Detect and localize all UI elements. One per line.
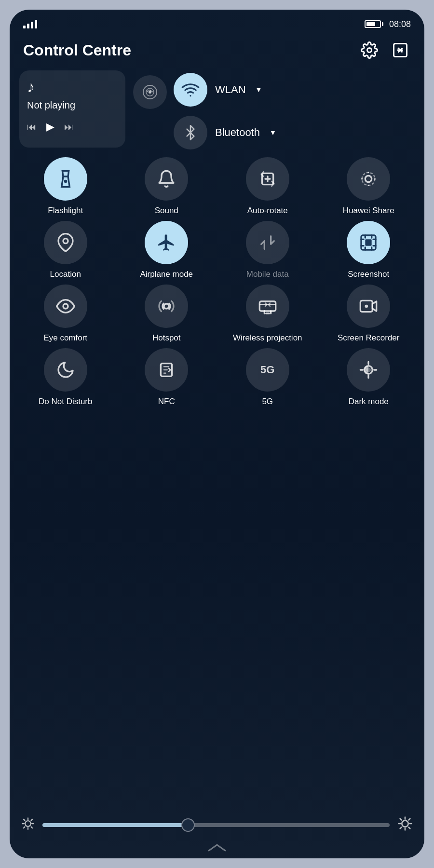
screenshot-icon xyxy=(359,233,378,252)
wlan-label: WLAN xyxy=(215,83,246,96)
location-toggle[interactable]: Location xyxy=(17,221,114,280)
prev-button[interactable]: ⏮ xyxy=(27,122,37,133)
wirelessprojection-label: Wireless projection xyxy=(233,333,302,343)
gear-icon xyxy=(361,41,378,59)
nfc-label: NFC xyxy=(158,396,175,407)
screenshot-icon-circle xyxy=(347,221,390,264)
wlan-toggle[interactable]: WLAN ▼ xyxy=(174,73,262,107)
nfc-toggle[interactable]: NFC xyxy=(119,348,215,407)
play-button[interactable]: ▶ xyxy=(46,121,54,133)
brightness-fill xyxy=(42,823,188,827)
svg-point-13 xyxy=(63,304,68,309)
edit-icon xyxy=(392,41,409,59)
screenrecord-icon xyxy=(359,297,378,316)
media-player[interactable]: ♪ Not playing ⏮ ▶ ⏭ xyxy=(19,70,125,148)
media-status-text: Not playing xyxy=(27,100,118,111)
sound-label: Sound xyxy=(155,205,178,216)
bluetooth-icon-circle xyxy=(174,116,207,149)
moon-icon xyxy=(56,360,75,380)
huaweishare-label: Huawei Share xyxy=(343,205,394,216)
hotspot-icon xyxy=(157,297,176,316)
svg-point-9 xyxy=(362,173,375,186)
edit-button[interactable] xyxy=(390,40,411,61)
eyecomfort-toggle[interactable]: Eye comfort xyxy=(17,285,114,343)
svg-point-8 xyxy=(366,176,372,182)
nfc-icon-circle xyxy=(145,348,188,392)
svg-point-0 xyxy=(367,48,372,53)
chevron-up-icon xyxy=(205,841,229,854)
brightness-section xyxy=(10,811,424,839)
wifi-icon xyxy=(181,81,200,99)
fiveg-label: 5G xyxy=(262,396,273,407)
location-icon xyxy=(56,233,75,252)
hotspot-icon-circle xyxy=(145,285,188,328)
svg-point-6 xyxy=(64,180,67,183)
donotdisturb-label: Do Not Disturb xyxy=(39,396,92,407)
page-title: Control Centre xyxy=(23,41,131,59)
svg-point-21 xyxy=(25,821,31,827)
flashlight-icon xyxy=(56,169,75,189)
bluetooth-toggle[interactable]: Bluetooth ▼ xyxy=(174,116,415,149)
svg-point-14 xyxy=(164,304,169,309)
darkmode-label: Dark mode xyxy=(349,396,389,407)
wirelessprojection-icon-circle xyxy=(246,285,289,328)
mobiledata-icon-circle xyxy=(246,221,289,264)
media-section: ♪ Not playing ⏮ ▶ ⏭ xyxy=(10,70,424,149)
share-icon xyxy=(359,169,378,189)
eyecomfort-label: Eye comfort xyxy=(43,333,87,343)
location-label: Location xyxy=(50,269,81,280)
darkmode-icon xyxy=(359,360,378,380)
fiveg-toggle[interactable]: 5G 5G xyxy=(219,348,316,407)
eye-icon xyxy=(56,297,75,316)
projection-icon xyxy=(258,297,277,316)
svg-point-17 xyxy=(365,305,368,308)
brightness-max-icon xyxy=(397,816,413,834)
donotdisturb-icon-circle xyxy=(44,348,87,392)
chevron-up[interactable] xyxy=(10,839,424,858)
hotspot-label: Hotspot xyxy=(152,333,181,343)
huaweishare-icon-circle xyxy=(347,157,390,201)
bluetooth-dropdown-icon: ▼ xyxy=(270,129,276,136)
next-button[interactable]: ⏭ xyxy=(64,122,74,133)
wirelessprojection-toggle[interactable]: Wireless projection xyxy=(219,285,316,343)
hotspot-toggle[interactable]: Hotspot xyxy=(119,285,215,343)
mobiledata-label: Mobile data xyxy=(246,269,289,280)
huaweishare-toggle[interactable]: Huawei Share xyxy=(321,157,417,216)
wlan-dropdown-icon: ▼ xyxy=(256,86,262,94)
airplanemode-icon-circle xyxy=(145,221,188,264)
darkmode-toggle[interactable]: Dark mode xyxy=(321,348,417,407)
svg-point-10 xyxy=(63,239,68,244)
sound-wave-button[interactable] xyxy=(133,75,167,109)
sound-toggle[interactable]: Sound xyxy=(119,157,215,216)
flashlight-toggle[interactable]: Flashlight xyxy=(17,157,114,216)
donotdisturb-toggle[interactable]: Do Not Disturb xyxy=(17,348,114,407)
flashlight-icon-circle xyxy=(44,157,87,201)
sound-icon-circle xyxy=(145,157,188,201)
darkmode-icon-circle xyxy=(347,348,390,392)
bluetooth-label: Bluetooth xyxy=(215,126,260,139)
header: Control Centre xyxy=(10,35,424,70)
autorotate-icon-circle xyxy=(246,157,289,201)
screenrecorder-toggle[interactable]: Screen Recorder xyxy=(321,285,417,343)
rotate-icon xyxy=(258,169,277,189)
settings-button[interactable] xyxy=(359,40,380,61)
screenrecorder-label: Screen Recorder xyxy=(338,333,400,343)
bell-icon xyxy=(157,169,176,189)
fiveg-text: 5G xyxy=(260,364,274,376)
brightness-slider[interactable] xyxy=(42,823,390,827)
screenshot-toggle[interactable]: Screenshot xyxy=(321,221,417,280)
mobiledata-toggle[interactable]: Mobile data xyxy=(219,221,316,280)
airplanemode-toggle[interactable]: Airplane mode xyxy=(119,221,215,280)
autorotate-toggle[interactable]: Auto-rotate xyxy=(219,157,316,216)
bluetooth-icon xyxy=(183,125,198,140)
brightness-thumb[interactable] xyxy=(181,818,195,832)
brightness-min-icon xyxy=(21,817,35,833)
eyecomfort-icon-circle xyxy=(44,285,87,328)
status-time: 08:08 xyxy=(389,19,411,29)
fiveg-icon-circle: 5G xyxy=(246,348,289,392)
music-note-icon: ♪ xyxy=(27,78,118,96)
airplanemode-label: Airplane mode xyxy=(140,269,193,280)
svg-point-22 xyxy=(402,820,408,827)
autorotate-label: Auto-rotate xyxy=(247,205,288,216)
screenshot-label: Screenshot xyxy=(348,269,389,280)
